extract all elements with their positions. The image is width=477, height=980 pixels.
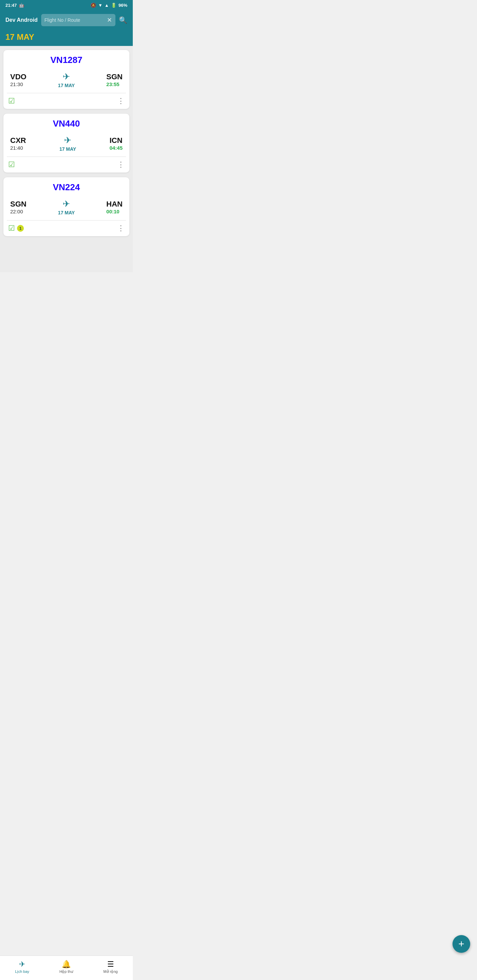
status-right: 🔕 ▼ ▲ 🔋 96%	[91, 3, 127, 8]
route-middle-3: ✈ 17 MAY	[58, 199, 75, 215]
route-middle-1: ✈ 17 MAY	[58, 72, 75, 88]
arr-time-2: 04:45	[110, 145, 123, 151]
flight-date-3: 17 MAY	[58, 210, 75, 215]
dest-1: SGN 23:55	[106, 73, 123, 87]
flight-header-2: VN440	[3, 114, 129, 132]
app-header: Dev Android ✕ 🔍	[0, 11, 133, 31]
footer-left-3: ☑ 1	[8, 224, 24, 233]
flight-route-3: SGN 22:00 ✈ 17 MAY HAN 00:10	[3, 195, 129, 220]
status-bar: 21:47 🤖 🔕 ▼ ▲ 🔋 96%	[0, 0, 133, 11]
dest-3: HAN 00:10	[106, 200, 123, 215]
checked-icon-1: ☑	[8, 97, 15, 105]
app-title: Dev Android	[5, 17, 38, 23]
search-input[interactable]	[45, 18, 105, 23]
flight-date-2: 17 MAY	[59, 146, 76, 152]
dep-time-2: 21:40	[10, 145, 26, 151]
flight-date-1: 17 MAY	[58, 83, 75, 88]
date-row: 17 MAY	[0, 31, 133, 46]
date-display: 17 MAY	[5, 32, 34, 41]
dest-code-3: HAN	[106, 200, 123, 208]
status-time: 21:47	[5, 3, 17, 8]
origin-2: CXR 21:40	[10, 136, 26, 151]
flight-card-vn440: VN440 CXR 21:40 ✈ 17 MAY ICN 04:45 ☑ ⋮	[3, 114, 129, 172]
more-options-3[interactable]: ⋮	[117, 224, 124, 233]
card-footer-1: ☑ ⋮	[3, 93, 129, 109]
dep-time-3: 22:00	[10, 208, 27, 215]
footer-left-1: ☑	[8, 97, 15, 105]
search-button[interactable]: 🔍	[119, 16, 127, 24]
arr-time-1: 23:55	[106, 81, 123, 87]
flight-list: VN1287 VDO 21:30 ✈ 17 MAY SGN 23:55 ☑ ⋮	[0, 46, 133, 272]
wifi-icon: ▼	[98, 3, 102, 8]
more-options-1[interactable]: ⋮	[117, 97, 124, 105]
flight-route-2: CXR 21:40 ✈ 17 MAY ICN 04:45	[3, 132, 129, 156]
flight-card-vn1287: VN1287 VDO 21:30 ✈ 17 MAY SGN 23:55 ☑ ⋮	[3, 50, 129, 109]
signal-icon: ▲	[105, 3, 109, 8]
plane-icon-3: ✈	[63, 199, 70, 209]
route-middle-2: ✈ 17 MAY	[59, 135, 76, 152]
more-options-2[interactable]: ⋮	[117, 160, 124, 169]
flight-card-vn224: VN224 SGN 22:00 ✈ 17 MAY HAN 00:10 ☑ 1 ⋮	[3, 177, 129, 236]
origin-3: SGN 22:00	[10, 200, 27, 215]
dest-code-1: SGN	[106, 73, 123, 81]
flight-header-1: VN1287	[3, 50, 129, 68]
origin-1: VDO 21:30	[10, 73, 27, 87]
battery-level: 96%	[118, 3, 127, 8]
origin-code-3: SGN	[10, 200, 27, 208]
plane-icon-1: ✈	[63, 72, 70, 82]
flight-number-2: VN440	[53, 118, 80, 129]
content-spacer	[3, 241, 129, 268]
plane-icon-2: ✈	[64, 135, 72, 146]
battery-icon: 🔋	[111, 3, 116, 8]
checked-icon-2: ☑	[8, 160, 15, 169]
footer-left-2: ☑	[8, 160, 15, 169]
card-footer-2: ☑ ⋮	[3, 157, 129, 172]
card-footer-3: ☑ 1 ⋮	[3, 221, 129, 236]
notification-icon: 🤖	[19, 3, 24, 8]
flight-number-1: VN1287	[50, 55, 82, 65]
flight-header-3: VN224	[3, 177, 129, 195]
status-left: 21:47 🤖	[5, 3, 24, 8]
origin-code-1: VDO	[10, 73, 27, 81]
flight-route-1: VDO 21:30 ✈ 17 MAY SGN 23:55	[3, 68, 129, 93]
flight-number-3: VN224	[53, 182, 80, 192]
origin-code-2: CXR	[10, 136, 26, 145]
arr-time-3: 00:10	[106, 208, 123, 215]
checked-icon-3: ☑	[8, 224, 15, 233]
dep-time-1: 21:30	[10, 81, 27, 87]
search-bar[interactable]: ✕	[41, 14, 115, 26]
mute-icon: 🔕	[91, 3, 96, 8]
dest-code-2: ICN	[110, 136, 123, 145]
badge-3: 1	[17, 225, 24, 232]
clear-icon[interactable]: ✕	[107, 16, 112, 24]
dest-2: ICN 04:45	[110, 136, 123, 151]
